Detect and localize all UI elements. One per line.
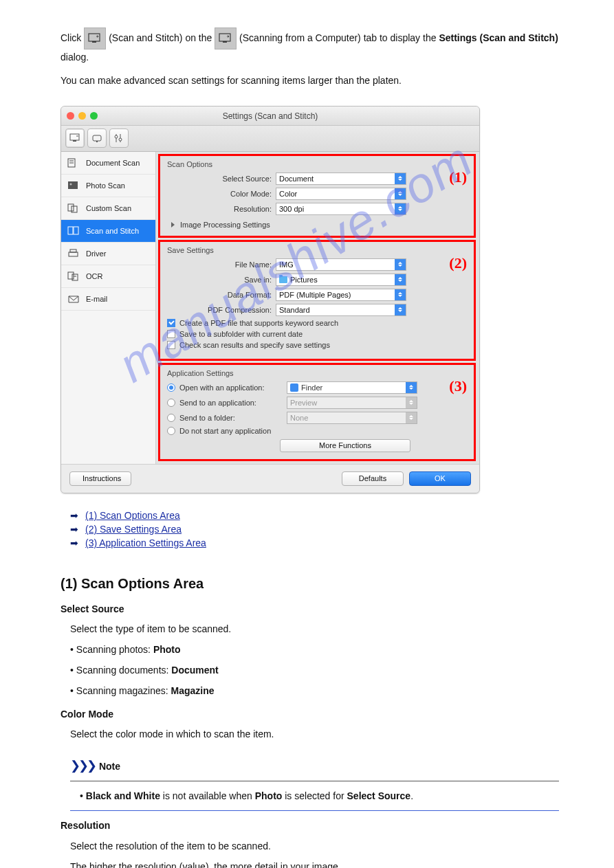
send-to-folder-radio[interactable] [167,414,175,422]
dialog-title: Settings (Scan and Stitch) [223,111,318,121]
dropdown-arrows-icon [406,382,417,393]
do-not-start-label: Do not start any application [179,427,271,435]
link-save-settings[interactable]: (2) Save Settings Area [85,524,182,535]
save-in-value: Pictures [290,276,318,284]
svg-point-11 [119,138,122,141]
defaults-button[interactable]: Defaults [342,471,404,486]
dialog-footer: Instructions Defaults OK [61,464,479,493]
dropdown-arrows-icon [395,304,406,315]
svg-rect-7 [96,141,98,142]
open-with-app-value: Finder [301,383,322,392]
bullet-magazines: • Scanning magazines: Magazine [70,683,559,700]
bullet-photos: • Scanning photos: Photo [70,642,559,658]
sidebar-item-ocr[interactable]: OCR [61,265,155,288]
subfolder-date-checkbox[interactable] [167,330,175,338]
desc-resolution-2: The higher the resolution (value), the m… [70,859,559,868]
section-title-app-settings: Application Settings [167,369,467,377]
zoom-icon[interactable] [90,112,98,120]
svg-point-9 [115,135,118,138]
minimize-icon[interactable] [78,112,86,120]
keyword-search-label: Create a PDF file that supports keyword … [179,319,338,327]
svg-rect-2 [219,34,230,41]
sidebar-item-scan-and-stitch[interactable]: Scan and Stitch [61,220,155,243]
sidebar-item-document-scan[interactable]: Document Scan [61,152,155,175]
intro-paragraph-2: You can make advanced scan settings for … [61,73,559,89]
send-to-folder-label: Send to a folder: [179,414,283,422]
instructions-button[interactable]: Instructions [69,471,131,486]
sidebar-item-label: Document Scan [86,159,140,167]
data-format-label: Data Format: [167,291,276,299]
section-scan-options: (1) Scan Options Select Source:Document … [158,154,476,238]
email-icon [67,293,80,305]
check-results-checkbox[interactable] [167,341,175,349]
intro-text-a: Click [61,32,84,43]
tab-scan-from-computer[interactable] [65,129,85,148]
pdf-compression-dropdown[interactable]: Standard [276,304,406,316]
intro-text-b: (Scan and Stitch) on the [109,32,215,43]
note-body: • Black and White is not available when … [70,781,559,810]
file-name-field[interactable]: IMG [276,258,406,271]
svg-rect-1 [92,41,96,43]
resolution-dropdown[interactable]: 300 dpi [276,203,406,215]
arrow-right-icon: ➡ [70,510,78,521]
term-color-mode: Color Mode [61,706,559,723]
section-marker-1: (1) [449,168,467,186]
pdf-compression-value: Standard [279,306,310,314]
sidebar-item-label: Driver [86,249,106,258]
keyword-search-checkbox[interactable] [167,319,175,327]
svg-rect-4 [70,134,79,140]
link-application-settings[interactable]: (3) Application Settings Area [85,537,206,548]
svg-rect-5 [73,140,76,142]
close-icon[interactable] [67,112,74,120]
open-with-app-label: Open with an application: [179,383,283,392]
window-controls[interactable] [67,112,98,120]
send-to-app-radio[interactable] [167,399,175,407]
intro-paragraph: Click (Scan and Stitch) on the (Scanning… [61,27,559,66]
anchor-links: ➡(1) Scan Options Area ➡(2) Save Setting… [70,510,559,548]
main-panel: (1) Scan Options Select Source:Document … [156,152,479,464]
dropdown-arrows-icon [395,259,406,270]
svg-rect-6 [93,135,101,141]
open-with-app-dropdown[interactable]: Finder [287,381,417,394]
svg-rect-18 [72,206,77,212]
scan-stitch-tab-icon [84,27,106,49]
do-not-start-radio[interactable] [167,427,175,435]
bullet-documents: • Scanning documents: Document [70,663,559,679]
data-format-dropdown[interactable]: PDF (Multiple Pages) [276,289,406,301]
svg-rect-21 [69,252,78,256]
send-to-app-value: Preview [290,399,317,407]
custom-scan-icon [67,202,80,214]
color-mode-label: Color Mode: [167,190,276,198]
color-mode-value: Color [279,190,297,198]
select-source-dropdown[interactable]: Document [276,173,406,185]
term-resolution: Resolution [61,818,559,834]
image-processing-disclosure[interactable]: Image Processing Settings [171,221,467,229]
send-to-app-dropdown: Preview [287,397,417,409]
sidebar-item-label: Photo Scan [86,181,125,190]
sidebar-item-label: Scan and Stitch [86,227,139,235]
dropdown-arrows-icon [395,274,406,285]
open-with-app-radio[interactable] [167,383,175,392]
color-mode-dropdown[interactable]: Color [276,188,406,200]
ocr-icon [67,270,80,282]
sidebar-item-custom-scan[interactable]: Custom Scan [61,197,155,220]
arrow-right-icon: ➡ [70,537,78,548]
link-scan-options[interactable]: (1) Scan Options Area [85,510,180,521]
scan-stitch-icon [67,225,80,237]
disclosure-triangle-icon [171,222,175,227]
save-in-dropdown[interactable]: Pictures [276,274,406,286]
section-title-save-settings: Save Settings [167,246,467,254]
desc-select-source: Select the type of item to be scanned. [70,621,559,638]
tab-general-settings[interactable] [109,129,129,148]
section-heading-scan-options: (1) Scan Options Area [61,576,559,592]
sidebar-item-email[interactable]: E-mail [61,288,155,311]
file-name-value: IMG [279,260,294,269]
ok-button[interactable]: OK [409,471,471,486]
finder-icon [290,383,298,392]
sidebar-item-label: Custom Scan [86,204,131,212]
sidebar-item-driver[interactable]: Driver [61,243,155,265]
svg-rect-20 [74,227,78,234]
sidebar-item-photo-scan[interactable]: Photo Scan [61,175,155,197]
more-functions-button[interactable]: More Functions [280,439,410,452]
tab-scan-from-panel[interactable] [87,129,107,148]
